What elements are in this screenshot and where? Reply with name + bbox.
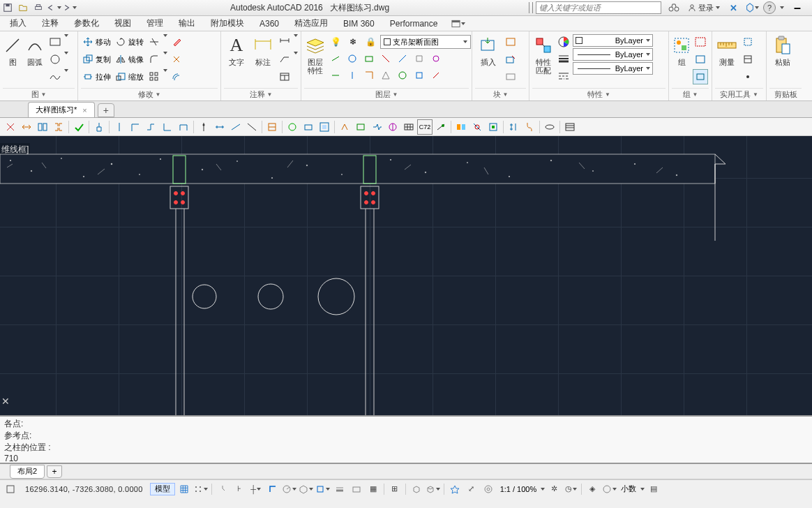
layer-lock-icon[interactable]: 🔒: [363, 34, 378, 50]
tb-icon-28[interactable]: [469, 119, 485, 135]
drawing-canvas[interactable]: 维线框]: [0, 136, 812, 415]
text-button[interactable]: A文字: [224, 34, 249, 66]
tb-icon-27[interactable]: [453, 119, 469, 135]
layer-tool3-icon[interactable]: [361, 51, 377, 66]
paste-button[interactable]: 粘贴: [769, 34, 796, 66]
group-button[interactable]: 组: [672, 34, 691, 66]
tb-icon-23[interactable]: [385, 119, 400, 135]
panel-draw-expand[interactable]: 图▼: [3, 88, 75, 100]
tb-icon-29[interactable]: [486, 119, 501, 135]
model-space-button[interactable]: 模型: [150, 483, 175, 495]
ungroup-icon[interactable]: [693, 34, 708, 50]
mirror-button[interactable]: 镜像: [114, 52, 145, 67]
panel-annotate-expand[interactable]: 注释▼: [224, 88, 298, 100]
menu-view[interactable]: 视图: [107, 16, 138, 31]
tb-icon-19[interactable]: [317, 119, 332, 135]
stretch-button[interactable]: 拉伸: [81, 69, 112, 84]
tb-icon-26[interactable]: [433, 119, 449, 135]
layer-tool8-icon[interactable]: [328, 68, 343, 83]
qp-icon[interactable]: ▦: [366, 482, 381, 496]
tb-icon-18[interactable]: [301, 119, 316, 135]
menu-bim360[interactable]: BIM 360: [336, 17, 382, 30]
menu-parametric[interactable]: 参数化: [67, 16, 106, 31]
offset-icon[interactable]: [169, 69, 184, 84]
layer-tool11-icon[interactable]: [378, 68, 393, 83]
line-button[interactable]: 图: [3, 34, 22, 66]
copy-button[interactable]: 复制: [81, 52, 112, 67]
spline-icon[interactable]: [47, 69, 63, 84]
grid-icon[interactable]: [176, 482, 192, 496]
hw-icon[interactable]: [601, 482, 617, 496]
layer-tool9-icon[interactable]: [345, 68, 360, 83]
rotate-button[interactable]: 旋转: [114, 34, 145, 50]
layer-tool13-icon[interactable]: [412, 68, 427, 83]
tb-icon-9[interactable]: [144, 119, 159, 135]
qat-open-icon[interactable]: [15, 1, 31, 15]
tb-icon-4[interactable]: [51, 119, 66, 135]
linetype-select[interactable]: ByLayer: [573, 62, 653, 75]
menu-annotate[interactable]: 注释: [35, 16, 66, 31]
explode-icon[interactable]: [169, 52, 184, 67]
infer-icon[interactable]: ⊦: [232, 482, 247, 496]
binoculars-icon[interactable]: [667, 1, 681, 14]
arc-button[interactable]: 圆弧: [24, 34, 46, 66]
help-icon[interactable]: ?: [763, 1, 776, 14]
block-attr-icon[interactable]: [503, 69, 518, 84]
sc-icon[interactable]: ⊞: [387, 482, 403, 496]
tb-icon-15[interactable]: [244, 119, 260, 135]
tb-icon-6[interactable]: [91, 119, 107, 135]
qat-save-icon[interactable]: [0, 1, 15, 15]
doc-tab-active[interactable]: 大样图练习*×: [28, 102, 95, 117]
tb-icon-22[interactable]: [369, 119, 384, 135]
layer-tool14-icon[interactable]: [428, 68, 444, 83]
polar-icon[interactable]: [282, 482, 297, 496]
tb-icon-10[interactable]: [160, 119, 175, 135]
3d-icon2[interactable]: [426, 482, 441, 496]
ribbon-min-icon[interactable]: [451, 17, 465, 30]
sb-dd-1[interactable]: [193, 482, 209, 496]
linetype-icon[interactable]: [556, 68, 571, 83]
trim-icon[interactable]: [146, 34, 162, 50]
match-props-button[interactable]: 特性 匹配: [532, 34, 555, 75]
circle-icon[interactable]: [47, 52, 63, 67]
lineweight-icon[interactable]: [556, 51, 571, 66]
tb-icon-33[interactable]: [562, 119, 578, 135]
login-button[interactable]: 登录: [685, 3, 723, 13]
add-layout-button[interactable]: +: [47, 465, 62, 478]
dyn-icon[interactable]: ┼: [248, 482, 264, 496]
layout-tab-2[interactable]: 布局2: [10, 465, 45, 479]
qat-print-icon[interactable]: [31, 1, 46, 15]
edit-block-icon[interactable]: [503, 52, 518, 67]
exchange-x-icon[interactable]: ✕: [727, 1, 741, 14]
tb-icon-16[interactable]: [264, 119, 280, 135]
layer-dropdown[interactable]: 支吊架断面图: [380, 35, 471, 49]
close-tab-icon[interactable]: ×: [82, 106, 87, 114]
minimize-button[interactable]: –: [788, 1, 806, 15]
select-icon[interactable]: [740, 34, 755, 50]
layer-tool4-icon[interactable]: [378, 51, 393, 66]
measure-button[interactable]: 测量: [715, 34, 739, 66]
erase-icon[interactable]: [169, 34, 184, 50]
ann-icon2[interactable]: ⤢: [464, 482, 479, 496]
tb-icon-11[interactable]: [176, 119, 191, 135]
tb-icon-25[interactable]: C72: [417, 119, 433, 135]
exchange-apps-icon[interactable]: [745, 1, 759, 14]
panel-utils-expand[interactable]: 实用工具▼: [715, 88, 763, 100]
command-window[interactable]: 各点: 参考点: 之柱的位置 : 710: [0, 415, 812, 464]
color-select[interactable]: ByLayer: [573, 34, 653, 47]
layer-tool12-icon[interactable]: [395, 68, 410, 83]
scale-button[interactable]: 缩放: [114, 69, 145, 84]
add-tab-button[interactable]: +: [98, 103, 114, 117]
tb-icon-12[interactable]: [196, 119, 211, 135]
panel-layer-expand[interactable]: 图层▼: [304, 88, 469, 100]
layer-tool10-icon[interactable]: [361, 68, 377, 83]
menu-manage[interactable]: 管理: [140, 16, 170, 31]
menu-performance[interactable]: Performance: [383, 17, 445, 30]
create-block-icon[interactable]: [503, 34, 518, 50]
osnap-icon[interactable]: [315, 482, 331, 496]
tb-icon-20[interactable]: [337, 119, 352, 135]
menu-insert[interactable]: 插入: [3, 16, 33, 31]
rect-icon[interactable]: [47, 34, 63, 50]
tb-icon-32[interactable]: [542, 119, 557, 135]
leader-icon[interactable]: [277, 52, 292, 67]
